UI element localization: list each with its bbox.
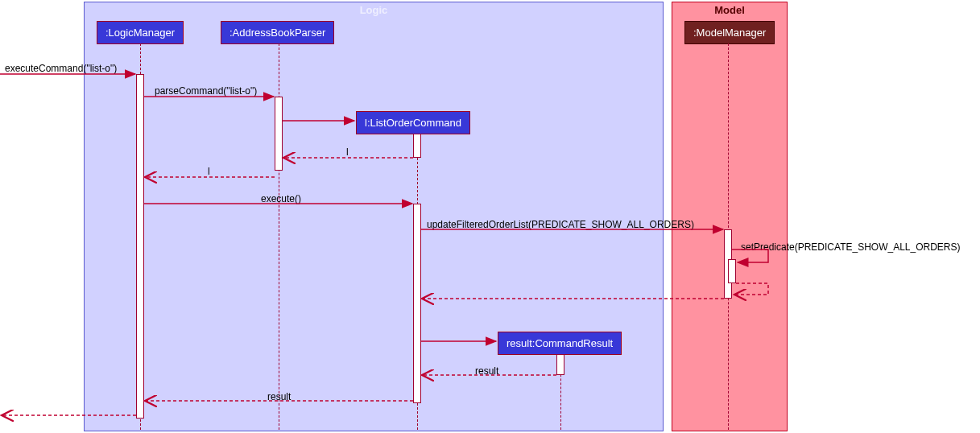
frame-logic-title: Logic [360, 4, 388, 16]
frame-logic: Logic [84, 2, 664, 431]
lifeline-label: result:CommandResult [507, 337, 613, 349]
msg-return-result1: result [475, 365, 498, 377]
lifeline-model-manager: :ModelManager [684, 21, 775, 44]
lifeline-logic-manager: :LogicManager [97, 21, 184, 44]
msg-update-filtered: updateFilteredOrderList(PREDICATE_SHOW_A… [427, 219, 694, 230]
msg-return-l2: l [208, 166, 210, 177]
lifeline-label: :AddressBookParser [229, 27, 325, 39]
activation-bar [413, 204, 421, 403]
lifeline-command-result: result:CommandResult [498, 332, 622, 355]
msg-set-predicate: setPredicate(PREDICATE_SHOW_ALL_ORDERS) [741, 241, 961, 253]
activation-bar [413, 134, 421, 158]
frame-model: Model [672, 2, 788, 431]
activation-bar [275, 97, 283, 171]
msg-execute-command: executeCommand("list-o") [5, 63, 117, 74]
lifeline-address-book-parser: :AddressBookParser [221, 21, 334, 44]
activation-bar [728, 259, 736, 283]
activation-bar [136, 74, 144, 419]
msg-return-result2: result [267, 391, 291, 402]
lifeline-label: :LogicManager [105, 27, 175, 39]
lifeline-label: :ModelManager [693, 27, 766, 39]
msg-execute: execute() [261, 193, 301, 204]
msg-parse-command: parseCommand("list-o") [155, 85, 257, 97]
frame-model-title: Model [714, 4, 745, 16]
activation-bar [556, 354, 564, 375]
lifeline-list-order-command: l:ListOrderCommand [356, 111, 470, 134]
msg-return-l1: l [346, 146, 349, 158]
lifeline-label: l:ListOrderCommand [365, 117, 461, 129]
